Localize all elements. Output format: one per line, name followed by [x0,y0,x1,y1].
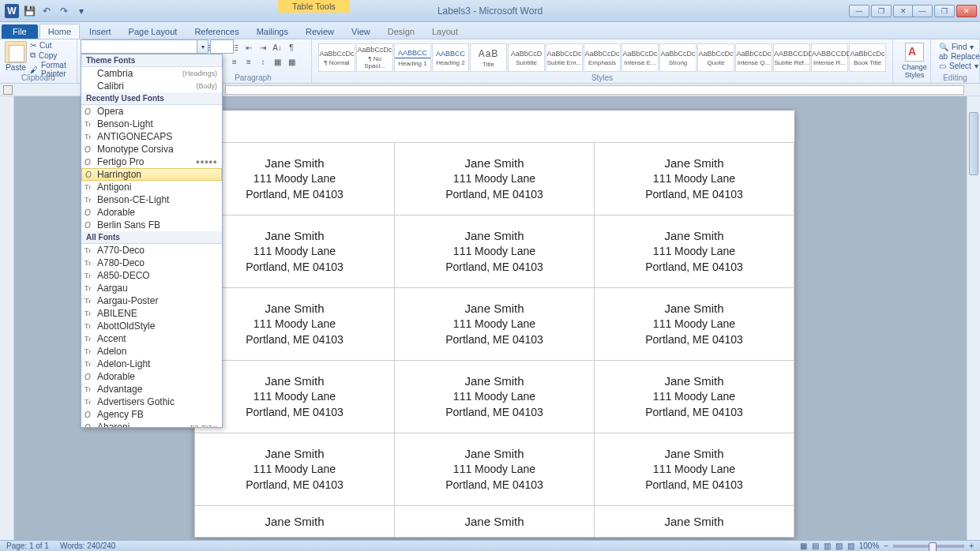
cut-button[interactable]: ✂ Cut [30,41,72,50]
font-item-adorable[interactable]: OAdorable [81,370,222,383]
label-cell[interactable]: Jane Smith111 Moody LanePortland, ME 041… [595,216,794,288]
zoom-in-button[interactable]: + [969,542,974,550]
minimize-button[interactable]: — [912,5,933,17]
label-cell[interactable]: Jane Smith111 Moody LanePortland, ME 041… [395,433,595,506]
style-intense-r---[interactable]: AABBCCDDIntense R... [811,43,848,72]
label-cell[interactable]: Jane Smith111 Moody LanePortland, ME 041… [395,361,595,433]
decrease-indent-button[interactable]: ⇤ [242,41,255,54]
label-cell[interactable]: Jane Smith111 Moody LanePortland, ME 041… [195,288,395,361]
align-right-button[interactable]: ≡ [228,55,241,68]
label-cell[interactable]: Jane Smith111 Moody LanePortland, ME 041… [195,216,395,288]
tab-selector[interactable] [3,85,13,95]
view-outline-button[interactable]: ▧ [835,542,843,550]
undo-icon[interactable]: ↶ [39,4,54,18]
view-reading-button[interactable]: ▤ [812,542,819,550]
font-name-input[interactable] [81,39,197,54]
close-button[interactable]: ✕ [956,5,977,17]
font-item-harrington[interactable]: OHarrington [81,168,222,181]
borders-button[interactable]: ▦ [285,55,298,68]
label-cell[interactable]: Jane Smith111 Moody LanePortland, ME 041… [595,288,794,361]
font-item-antigonecaps[interactable]: TrANTIGONECAPS [81,130,222,143]
font-item-antigoni[interactable]: TrAntigoni [81,181,222,193]
font-item-abilene[interactable]: TrABILENE [81,307,222,320]
font-item-calibri[interactable]: Calibri(Body) [81,80,222,92]
show-marks-button[interactable]: ¶ [285,41,298,54]
view-web-button[interactable]: ▥ [824,542,831,550]
tab-mailings[interactable]: Mailings [249,24,296,39]
style-subtle-ref---[interactable]: AABBCCDDSubtle Ref... [773,43,810,72]
label-cell[interactable]: Jane Smith111 Moody LanePortland, ME 041… [395,216,595,288]
font-item-opera[interactable]: OOpera [81,105,222,118]
tab-layout[interactable]: Layout [424,24,466,39]
font-item-a850-deco[interactable]: TrA850-DECO [81,269,222,282]
copy-button[interactable]: ⧉ Copy [30,51,72,60]
label-cell[interactable]: Jane Smith111 Moody LanePortland, ME 041… [595,361,794,433]
style-intense-q---[interactable]: AaBbCcDcIntense Q... [735,43,772,72]
line-spacing-button[interactable]: ↕ [257,55,269,68]
find-button[interactable]: 🔍 Find ▾ [939,43,971,51]
ruler-vertical[interactable] [0,96,14,540]
label-cell[interactable]: Jane Smith111 Moody LanePortland, ME 041… [595,433,794,506]
label-cell[interactable]: Jane Smith111 Moody LanePortland, ME 041… [195,433,395,506]
styles-gallery[interactable]: AaBbCcDc¶ NormalAaBbCcDc¶ No Spaci...AAB… [317,41,888,74]
label-cell[interactable]: Jane Smith [195,506,395,538]
doc-close-button[interactable]: ✕ [893,5,914,17]
sort-button[interactable]: A↓ [271,41,283,54]
label-cell[interactable]: Jane Smith111 Moody LanePortland, ME 041… [395,288,595,361]
font-item-aharoni[interactable]: OAharoniאבגד הוז [81,421,222,428]
zoom-out-button[interactable]: − [884,542,888,550]
tab-home[interactable]: Home [39,24,80,39]
status-page[interactable]: Page: 1 of 1 [6,542,49,550]
tab-review[interactable]: Review [298,24,342,39]
label-cell[interactable]: Jane Smith [395,506,595,538]
doc-minimize-button[interactable]: — [849,5,869,17]
font-item-monotype-corsiva[interactable]: OMonotype Corsiva [81,143,222,156]
font-item-a780-deco[interactable]: TrA780-Deco [81,257,222,269]
font-item-berlin-sans-fb[interactable]: OBerlin Sans FB [81,219,222,231]
tab-page-layout[interactable]: Page Layout [121,24,186,39]
font-size-input[interactable] [210,39,234,54]
style-quote[interactable]: AaBbCcDcQuote [697,43,734,72]
style-heading-1[interactable]: AABBCCHeading 1 [394,43,431,72]
label-cell[interactable]: Jane Smith111 Moody LanePortland, ME 041… [195,361,395,433]
change-styles-button[interactable]: Change Styles [898,41,931,79]
view-print-layout-button[interactable]: ▦ [800,542,807,550]
tab-insert[interactable]: Insert [81,24,119,39]
redo-icon[interactable]: ↷ [57,4,71,18]
save-icon[interactable]: 💾 [22,4,36,18]
maximize-button[interactable]: ❐ [934,5,955,17]
replace-button[interactable]: ab Replace [939,52,971,61]
style-subtle-em---[interactable]: AaBbCcDcSubtle Em... [546,43,583,72]
font-item-a770-deco[interactable]: TrA770-Deco [81,244,222,257]
doc-restore-button[interactable]: ❐ [871,5,892,17]
label-cell[interactable]: Jane Smith [595,506,794,538]
style-title[interactable]: AaBTitle [470,43,507,72]
shading-button[interactable]: ▦ [271,55,283,68]
font-item-benson-ce-light[interactable]: TrBenson-CE-Light [81,193,222,206]
scrollbar-thumb[interactable] [969,112,978,175]
font-item-advertisers-gothic[interactable]: TrAdvertisers Gothic [81,395,222,408]
font-item-adelon-light[interactable]: TrAdelon-Light [81,358,222,370]
font-item-accent[interactable]: TrAccent [81,332,222,345]
select-button[interactable]: ▭ Select ▾ [939,62,971,70]
font-item-adelon[interactable]: TrAdelon [81,345,222,358]
ruler-strip[interactable] [225,85,964,95]
label-cell[interactable]: Jane Smith111 Moody LanePortland, ME 041… [195,143,395,216]
font-item-cambria[interactable]: Cambria(Headings) [81,67,222,80]
tab-references[interactable]: References [186,24,246,39]
style-strong[interactable]: AaBbCcDcStrong [659,43,697,72]
font-item-abottoldstyle[interactable]: TrAbottOldStyle [81,320,222,332]
zoom-slider[interactable] [893,545,964,548]
paste-button[interactable]: Paste [5,41,27,78]
tab-view[interactable]: View [344,24,378,39]
font-item-advantage[interactable]: TrAdvantage [81,383,222,395]
style-heading-2[interactable]: AABBCCHeading 2 [432,43,469,72]
font-dropdown-button[interactable]: ▾ [197,39,208,54]
font-item-aargau[interactable]: TrAargau [81,282,222,294]
tab-design[interactable]: Design [380,24,422,39]
vertical-scrollbar[interactable] [967,96,980,540]
style---no-spaci---[interactable]: AaBbCcDc¶ No Spaci... [356,43,393,72]
style---normal[interactable]: AaBbCcDc¶ Normal [318,43,355,72]
status-words[interactable]: Words: 240/240 [60,542,115,550]
increase-indent-button[interactable]: ⇥ [257,41,269,54]
